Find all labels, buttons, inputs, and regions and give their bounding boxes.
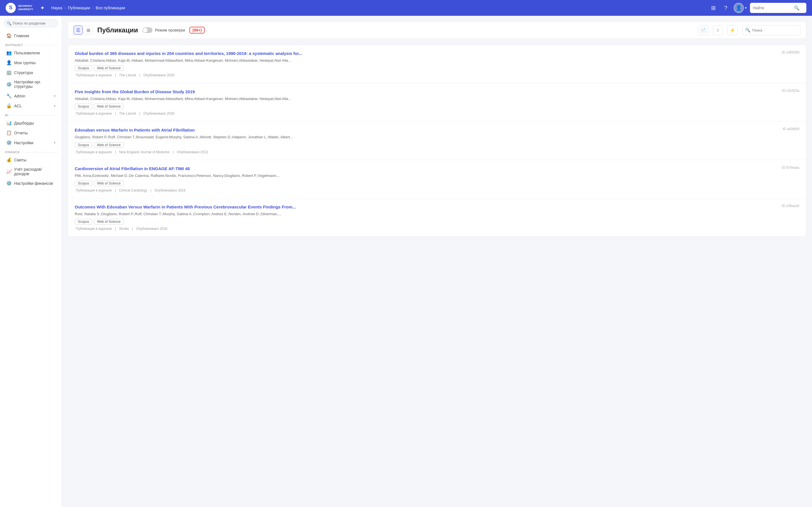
sidebar-reports-label: Отчеты [14, 131, 56, 135]
sidebar-item-structure[interactable]: 🏢 Структура [1, 68, 61, 77]
pub-journal: The Lancet [119, 112, 136, 115]
pub-authors: Abbafati, Cristiana;Abbas, Kaja M.;Abbas… [75, 58, 799, 63]
pub-meta: Публикация в журнале | The Lancet | Опуб… [75, 112, 799, 115]
sidebar-item-estimates[interactable]: 💰 Сметы [1, 155, 61, 165]
sidebar-home-label: Главная [14, 34, 56, 38]
sidebar-item-bi-settings[interactable]: ⚙️ Настройки ▾ [1, 138, 61, 148]
pub-title[interactable]: Edoxaban versus Warfarin in Patients wit… [75, 127, 778, 133]
pub-tag[interactable]: Web of Science [94, 65, 124, 71]
sidebar-item-home[interactable]: 🏠 Главная [1, 31, 61, 41]
sidebar-item-finance-settings[interactable]: ⚙️ Настройки финансов [1, 178, 61, 188]
logo[interactable]: S SECHENOVUNIVERSITY [6, 3, 33, 13]
header-search-input[interactable] [752, 28, 797, 33]
sidebar-my-groups-label: Мои группы [14, 61, 56, 65]
breadcrumb-sep-1: › [64, 6, 66, 10]
pub-meta: Публикация в журнале | The Lancet | Опуб… [75, 73, 799, 77]
pub-year: Опубликовано 2016 [136, 227, 167, 231]
breadcrumb: Наука › Публикации › Все публикации [51, 6, 704, 10]
publication-item: Edoxaban versus Warfarin in Patients wit… [68, 121, 806, 160]
pub-tags: ScopusWeb of Science [75, 219, 799, 224]
sidebar-structure-label: Структура [14, 70, 56, 75]
pub-tag[interactable]: Scopus [75, 104, 92, 109]
publication-item: Global burden of 369 diseases and injuri… [68, 45, 806, 83]
admin-icon: 🔧 [6, 93, 11, 99]
sidebar-item-acl[interactable]: 🔒 ACL ▾ [1, 101, 61, 111]
pub-journal: New England Journal of Medicine [119, 150, 170, 154]
pub-journal: Stroke [119, 227, 129, 231]
sidebar-estimates-label: Сметы [14, 158, 56, 162]
pub-title[interactable]: Outcomes With Edoxaban Versus Warfarin i… [75, 204, 777, 210]
page-header: ☰ ⊞ Публикации Режим проверки (99+) 📄 ↕ … [68, 21, 806, 39]
pub-header: Five insights from the Global Burden of … [75, 89, 799, 95]
topnav-actions: ⊞ ? 👤 ▾ 🔍 [709, 3, 806, 13]
structure-icon: 🏢 [6, 70, 11, 75]
pub-tag[interactable]: Scopus [75, 142, 92, 148]
pub-title[interactable]: Global burden of 369 diseases and injuri… [75, 50, 777, 56]
header-search[interactable]: 🔍 [742, 25, 801, 35]
sidebar-item-accounting[interactable]: 📈 Учёт расходов/доходов [1, 165, 61, 178]
sidebar-item-users[interactable]: 👥 Пользователи [1, 48, 61, 58]
sidebar-org-settings-label: Настройки орг. структуры [14, 80, 56, 89]
sidebar-item-dashboards[interactable]: 📊 Дашборды [1, 118, 61, 128]
pub-title[interactable]: Cardioversion of Atrial Fibrillation in … [75, 166, 777, 172]
pub-tag[interactable]: Web of Science [94, 142, 124, 148]
pub-tags: ScopusWeb of Science [75, 65, 799, 71]
sidebar-section-intranet-label: ИНТРАНЕТ [5, 43, 23, 47]
sidebar-item-my-groups[interactable]: 👤 Мои группы [1, 58, 61, 68]
logo-icon: S [6, 3, 16, 13]
count-badge[interactable]: (99+) [190, 27, 204, 34]
user-avatar-wrap[interactable]: 👤 ▾ [733, 3, 747, 13]
sidebar-item-org-settings[interactable]: ⚙️ Настройки орг. структуры [1, 77, 61, 91]
pub-title[interactable]: Five insights from the Global Burden of … [75, 89, 777, 95]
sidebar-item-reports[interactable]: 📋 Отчеты [1, 128, 61, 138]
main-content: ☰ ⊞ Публикации Режим проверки (99+) 📄 ↕ … [62, 16, 812, 507]
pub-tag[interactable]: Web of Science [94, 104, 124, 109]
accounting-icon: 📈 [6, 169, 11, 174]
pub-tag[interactable]: Scopus [75, 219, 92, 224]
pub-type: Публикация в журнале [76, 150, 112, 154]
pub-id: ID 1d05059 [782, 50, 799, 54]
mode-toggle-switch[interactable] [142, 27, 153, 33]
pub-separator-2: | [173, 150, 174, 154]
sort-button[interactable]: ↕ [713, 25, 723, 35]
mode-toggle-label: Режим проверки [155, 28, 185, 33]
pub-id: ID a00b85f [783, 127, 799, 131]
reports-icon: 📋 [6, 130, 11, 135]
list-view-button[interactable]: ☰ [73, 25, 83, 35]
acl-icon: 🔒 [6, 103, 11, 108]
grid-view-button[interactable]: ⊞ [84, 25, 93, 35]
filter-button[interactable]: ⚡ [727, 25, 738, 35]
sidebar-item-admin[interactable]: 🔧 Admin ▾ [1, 91, 61, 101]
pub-tag[interactable]: Scopus [75, 65, 92, 71]
sliders-icon[interactable]: ⊞ [709, 3, 718, 12]
pub-type: Публикация в журнале [76, 188, 112, 192]
pub-id: ID e39aa2d [782, 204, 799, 208]
pub-header: Outcomes With Edoxaban Versus Warfarin i… [75, 204, 799, 210]
pub-separator-2: | [139, 112, 140, 115]
pub-year: Опубликовано 2020 [143, 73, 174, 77]
publication-item: Five insights from the Global Burden of … [68, 83, 806, 121]
help-icon[interactable]: ? [721, 3, 730, 12]
breadcrumb-publications[interactable]: Публикации [68, 6, 90, 10]
topnav-search[interactable]: 🔍 [750, 3, 806, 13]
avatar: 👤 [733, 3, 744, 13]
sidebar-search-input[interactable] [4, 19, 58, 27]
breadcrumb-nauka[interactable]: Наука [51, 6, 62, 10]
publication-item: Outcomes With Edoxaban Versus Warfarin i… [68, 198, 806, 236]
org-settings-icon: ⚙️ [6, 82, 11, 87]
pub-tag[interactable]: Scopus [75, 180, 92, 186]
pub-separator-2: | [150, 188, 151, 192]
view-toggle: ☰ ⊞ [73, 25, 93, 35]
pub-tag[interactable]: Web of Science [94, 219, 124, 224]
sidebar-users-label: Пользователи [14, 51, 56, 55]
bookmark-icon[interactable]: ✦ [38, 3, 47, 12]
mode-toggle: Режим проверки [142, 27, 185, 33]
breadcrumb-all-publications[interactable]: Все публикации [96, 6, 125, 10]
sidebar-acl-label: ACL [14, 104, 51, 108]
pub-tags: ScopusWeb of Science [75, 142, 799, 148]
header-search-icon: 🔍 [745, 27, 751, 33]
pub-separator-1: | [115, 227, 116, 231]
export-button[interactable]: 📄 [698, 25, 708, 35]
pub-tag[interactable]: Web of Science [94, 180, 124, 186]
topnav-search-input[interactable] [753, 6, 792, 10]
